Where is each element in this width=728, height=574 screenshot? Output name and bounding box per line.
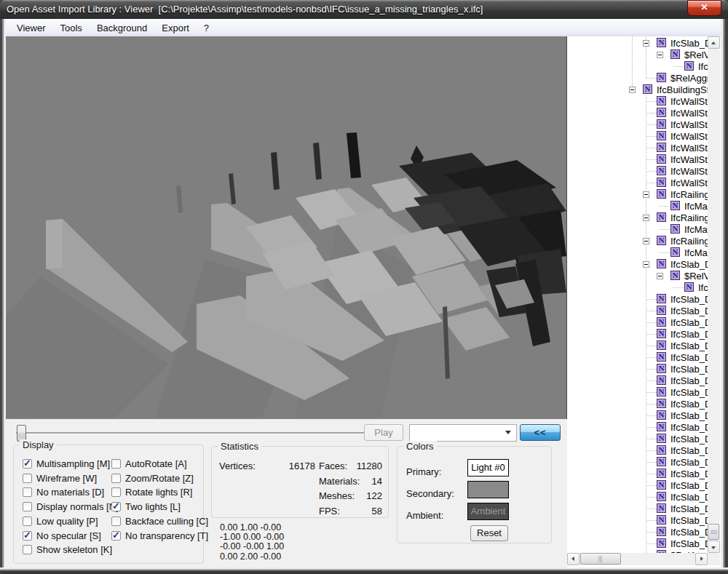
collapse-tree-button[interactable]: <<: [520, 424, 561, 441]
close-button[interactable]: ✕: [687, 0, 721, 16]
tree-expander-minus-icon[interactable]: [657, 273, 663, 279]
tree-vscroll-thumb[interactable]: [708, 524, 719, 540]
tree-item[interactable]: NIfcSlab_Dac: [567, 375, 708, 386]
title-bar[interactable]: Open Asset Import Library : Viewer [C:\P…: [0, 0, 728, 19]
color-button-primary[interactable]: Light #0: [467, 459, 509, 477]
checkbox-rotate-lights-r-[interactable]: Rotate lights [R]: [111, 486, 193, 498]
tree-item[interactable]: NIfcSlab_Dec: [567, 258, 708, 270]
tree-item[interactable]: NIfcSlab_Dac: [567, 363, 708, 375]
checkbox-backface-culling-c-[interactable]: Backface culling [C]: [111, 515, 208, 527]
colors-groupbox: Colors Primary:Light #0Secondary:Ambient…: [397, 446, 552, 543]
tree-expander-minus-icon[interactable]: [643, 261, 649, 268]
tree-item[interactable]: NIfcSlab_Dac: [567, 340, 708, 351]
checkbox-no-transparency-t-[interactable]: No transparency [T]: [111, 530, 208, 542]
tree-item[interactable]: NIfcSlab_Dac: [567, 456, 708, 468]
display-groupbox: Display Multisampling [M]Wireframe [W]No…: [13, 445, 204, 564]
tree-item[interactable]: NIfcWallStan: [567, 119, 708, 130]
tree-item[interactable]: NIfcSlab_Dac: [567, 445, 708, 456]
reset-colors-button[interactable]: Reset: [470, 525, 508, 541]
checkbox-zoom-rotate-z-[interactable]: Zoom/Rotate [Z]: [111, 472, 194, 485]
tree-item[interactable]: N$RelVoi: [567, 49, 708, 60]
scroll-right-button[interactable]: [695, 553, 708, 565]
tree-item[interactable]: NIfcMapp: [567, 247, 708, 258]
tree-item[interactable]: NIfcWallStan: [567, 165, 708, 177]
scroll-left-button[interactable]: [567, 553, 579, 565]
stat-value: 11280: [341, 461, 382, 471]
checkbox-unchecked-icon: [23, 487, 32, 497]
tree-item[interactable]: NIfcSlab_Dac: [567, 305, 708, 316]
tree-hscroll-thumb[interactable]: [580, 553, 621, 565]
tree-item[interactable]: NIfcWallStan: [567, 95, 708, 107]
node-icon: N: [670, 247, 680, 257]
tree-item[interactable]: NIfcSlab_Dac: [567, 491, 708, 503]
tree-item[interactable]: NIfcMapp: [567, 200, 708, 212]
checkbox-no-materials-d-[interactable]: No materials [D]: [23, 486, 104, 498]
animation-combobox[interactable]: [409, 424, 517, 442]
tree-item[interactable]: NIfcWallStan: [567, 130, 708, 142]
tree-item[interactable]: NIfcSlab_Dac: [567, 316, 708, 328]
tree-item[interactable]: NIfcWallStan: [567, 154, 708, 165]
tree-item-label: IfcSlab_Dac: [670, 317, 708, 328]
tree-expander-minus-icon[interactable]: [643, 238, 649, 244]
tree-item-label: IfcBuildingStorey: [657, 84, 708, 95]
tree-connector-line: [660, 229, 670, 230]
menu-item-[interactable]: ?: [197, 20, 216, 36]
tree-connector-line: [646, 497, 657, 498]
menu-item-tools[interactable]: Tools: [53, 20, 90, 36]
scroll-down-button[interactable]: [708, 541, 720, 553]
tree-item[interactable]: NIfcSlab_Dac: [567, 293, 708, 305]
tree-item[interactable]: NIfcRailing_G: [567, 212, 708, 223]
tree-connector-line: [646, 346, 657, 346]
node-icon: N: [657, 445, 666, 455]
tree-item[interactable]: NIfcSlab_Dac: [567, 398, 708, 410]
tree-item[interactable]: NIfcMapp: [567, 223, 708, 235]
tree-item[interactable]: NIfcSlab_Dac: [567, 526, 708, 538]
tree-connector-line: [646, 450, 657, 451]
tree-item[interactable]: NIfcSlab_Dac: [567, 421, 708, 433]
tree-item[interactable]: NIfcSlab_Dac: [567, 468, 708, 479]
tree-item[interactable]: NIfcSlab_Dac: [567, 351, 708, 363]
checkbox-low-quality-p-[interactable]: Low quality [P]: [23, 515, 98, 527]
tree-item[interactable]: N$RelVoi: [567, 270, 708, 282]
color-button-ambient[interactable]: Ambient: [467, 503, 509, 520]
tree-item[interactable]: NIfcSlab_Dac: [567, 410, 708, 421]
checkbox-no-specular-s-[interactable]: No specular [S]: [23, 530, 101, 542]
menu-item-export[interactable]: Export: [154, 20, 197, 36]
tree-item[interactable]: NIfcSlab_Dac: [567, 433, 708, 445]
tree-item-label: $RelAggreg: [670, 73, 708, 84]
tree-item[interactable]: NIfcC: [567, 60, 708, 72]
tree-expander-minus-icon[interactable]: [643, 191, 649, 198]
tree-item[interactable]: NIfcRailing_G: [567, 188, 708, 200]
viewport-3d[interactable]: [6, 36, 566, 419]
tree-item[interactable]: NIfcSlab_Dac: [567, 514, 708, 526]
scroll-up-button[interactable]: [708, 36, 720, 49]
tree-item[interactable]: NIfcSlab_Dac: [567, 386, 708, 398]
tree-expander-minus-icon[interactable]: [643, 40, 649, 47]
tree-item[interactable]: NIfcWallStan: [567, 177, 708, 188]
tree-expander-minus-icon[interactable]: [657, 52, 663, 58]
color-button-secondary[interactable]: [467, 481, 509, 498]
menu-item-viewer[interactable]: Viewer: [9, 20, 53, 36]
tree-item[interactable]: NIfcSlab_Dac: [567, 328, 708, 340]
tree-expander-minus-icon[interactable]: [643, 215, 649, 221]
checkbox-display-normals-n-[interactable]: Display normals [N]: [23, 501, 119, 513]
checkbox-wireframe-w-[interactable]: Wireframe [W]: [23, 472, 97, 485]
tree-item[interactable]: NIfcWallStan: [567, 142, 708, 154]
checkbox-autorotate-a-[interactable]: AutoRotate [A]: [111, 458, 187, 470]
tree-item[interactable]: NIfcSlab_Dac: [567, 503, 708, 514]
checkbox-multisampling-m-[interactable]: Multisampling [M]: [23, 458, 110, 470]
tree-item[interactable]: NIfcWallStan: [567, 107, 708, 119]
node-icon: N: [670, 271, 680, 280]
play-button[interactable]: Play: [364, 424, 403, 441]
tree-item[interactable]: NIfcSlab_Dac: [567, 479, 708, 491]
checkbox-two-lights-l-[interactable]: Two lights [L]: [111, 501, 181, 513]
tree-expander-minus-icon[interactable]: [629, 87, 636, 93]
tree-item[interactable]: NIfcSlab_Dec: [567, 37, 708, 49]
tree-item[interactable]: NIfcSlab_Dac: [567, 538, 708, 549]
checkbox-show-skeleton-k-[interactable]: Show skeleton [K]: [23, 543, 112, 556]
tree-item[interactable]: N$RelAggreg: [567, 72, 708, 84]
tree-item[interactable]: NIfcC: [567, 282, 708, 293]
menu-item-background[interactable]: Background: [90, 20, 154, 36]
tree-item[interactable]: NIfcBuildingStorey: [567, 84, 708, 95]
tree-item[interactable]: NIfcRailing_G: [567, 235, 708, 247]
